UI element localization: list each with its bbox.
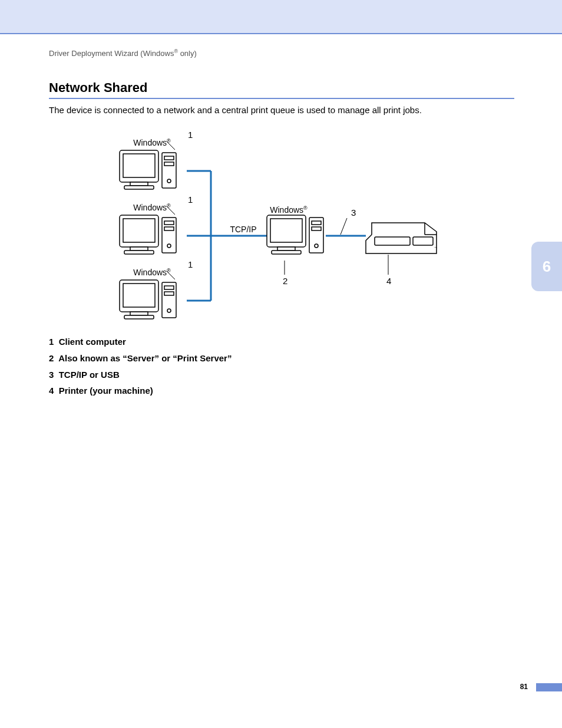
breadcrumb-suffix: only) <box>178 49 197 58</box>
breadcrumb-prefix: Driver Deployment Wizard (Windows <box>49 49 174 58</box>
callout-3-group: 3 <box>340 207 356 235</box>
registered-icon: ® <box>303 205 308 211</box>
svg-line-9 <box>167 206 175 215</box>
registered-icon: ® <box>167 138 171 144</box>
legend-list: 1 Client computer 2 Also known as “Serve… <box>49 334 232 399</box>
top-rule <box>0 33 562 34</box>
client-computer-3: Windows® 1 <box>120 259 193 319</box>
page-number: 81 <box>520 683 528 691</box>
section-heading: Network Shared <box>49 80 148 95</box>
svg-text:Windows®: Windows® <box>133 138 171 147</box>
heading-rule <box>49 98 514 99</box>
client-computer-2: Windows® 1 <box>120 195 193 254</box>
server-computer: Windows® 2 <box>267 205 323 286</box>
breadcrumb: Driver Deployment Wizard (Windows® only) <box>49 48 197 58</box>
printer-device: 4 <box>366 223 437 286</box>
registered-icon: ® <box>167 268 171 274</box>
legend-item: 3 TCP/IP or USB <box>49 367 232 383</box>
callout-3: 3 <box>351 207 356 218</box>
legend-item: 4 Printer (your machine) <box>49 383 232 399</box>
svg-rect-16 <box>413 237 433 245</box>
legend-item: 2 Also known as “Server” or “Print Serve… <box>49 350 232 367</box>
callout-2: 2 <box>283 276 287 286</box>
svg-line-7 <box>167 141 175 150</box>
callout-1: 1 <box>188 259 193 269</box>
page: Driver Deployment Wizard (Windows® only)… <box>0 0 562 728</box>
tcpip-label: TCP/IP <box>230 225 256 234</box>
windows-label: Windows <box>270 205 303 215</box>
windows-label: Windows <box>133 268 167 277</box>
windows-label: Windows <box>133 203 167 212</box>
client-computer-1: Windows® 1 <box>120 130 193 189</box>
top-band <box>0 0 562 33</box>
legend-item: 1 Client computer <box>49 334 232 350</box>
svg-text:Windows®: Windows® <box>270 205 308 215</box>
svg-line-11 <box>167 271 175 279</box>
footer-accent <box>536 683 562 691</box>
intro-text: The device is connected to a network and… <box>49 105 422 115</box>
callout-1: 1 <box>188 195 193 205</box>
network-diagram: Windows® 1 Windows® 1 Windows® 1 TCP/IP <box>49 124 461 332</box>
callout-4: 4 <box>386 276 391 286</box>
svg-text:Windows®: Windows® <box>133 203 171 212</box>
windows-label: Windows <box>133 138 167 147</box>
svg-rect-15 <box>375 237 410 245</box>
chapter-tab: 6 <box>531 242 562 291</box>
callout-1: 1 <box>188 130 193 140</box>
svg-text:Windows®: Windows® <box>133 268 171 277</box>
registered-icon: ® <box>167 203 171 209</box>
svg-line-14 <box>340 218 347 235</box>
